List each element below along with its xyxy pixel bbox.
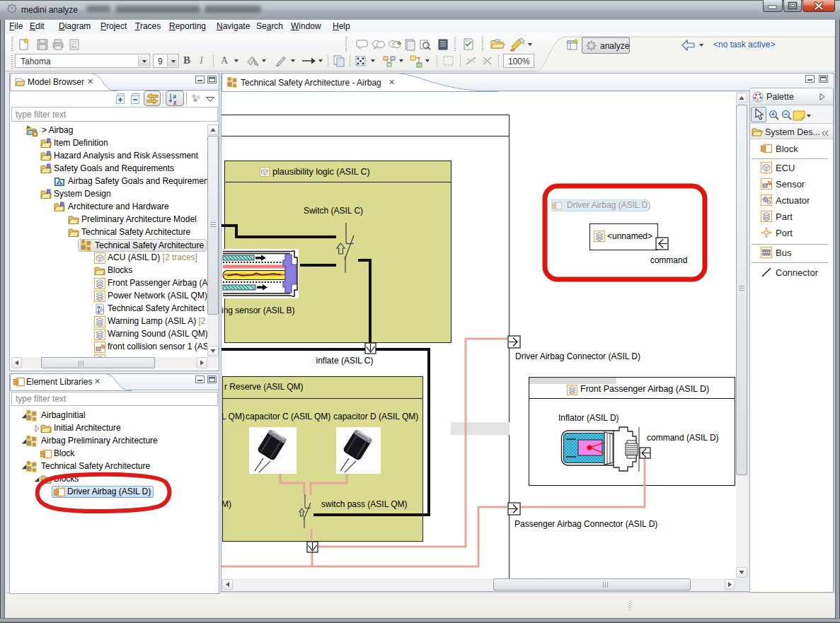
svg-text:z: z xyxy=(173,98,177,105)
